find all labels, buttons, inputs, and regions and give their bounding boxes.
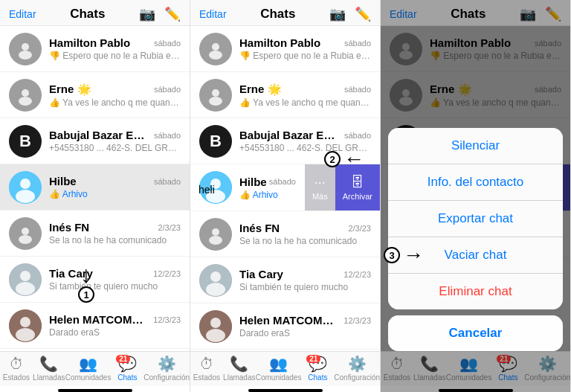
comunidades-icon-1: 👥	[79, 355, 97, 373]
chat-item-tia[interactable]: Tia Cary 12/2/23 Si también te quiero mu…	[0, 257, 190, 303]
chat-item-ines[interactable]: Inés FN 2/3/23 Se la no la he ha comunic…	[0, 211, 190, 257]
header-icons-1: 📷 ✏️	[139, 6, 181, 22]
chat-list-1: Hamilton Pablo sábado 👎 Espero que no le…	[0, 26, 190, 351]
chat-preview-erne: 👍 Ya ves le ancho q me quanta el broner	[49, 97, 181, 108]
tab-comunidades-1[interactable]: 👥 Comunidades	[65, 355, 112, 382]
chat-time-hilbe: sábado	[154, 177, 181, 186]
chat-time-hamilton: sábado	[154, 39, 181, 48]
heli-label: heli	[199, 184, 215, 196]
chat-name-tia: Tia Cary	[49, 267, 93, 280]
chat-item-hamilton-2[interactable]: Hamilton Pablo sábado 👎 Espero que no le…	[190, 26, 380, 72]
chat-item-hilbe[interactable]: Hilbe sábado 👍 Arhivo	[0, 164, 190, 211]
avatar-ines-2	[199, 218, 232, 251]
tab-llamadas-1[interactable]: 📞 Llamadas	[33, 355, 65, 382]
chat-info-hamilton: Hamilton Pablo sábado 👎 Espero que no le…	[49, 36, 181, 61]
tab-comunidades-2[interactable]: 👥 Comunidades	[256, 355, 302, 382]
svg-point-29	[210, 271, 221, 282]
chat-item-tia-2[interactable]: Tia Cary 12/2/23 Si también te quiero mu…	[190, 257, 380, 303]
chat-item-babujal[interactable]: B Babujal Bazar Esotérico sábado +545531…	[0, 118, 190, 164]
svg-point-30	[206, 283, 225, 296]
header-1: Editar Chats 📷 ✏️	[0, 0, 190, 26]
title-1: Chats	[70, 7, 105, 22]
svg-point-19	[212, 43, 219, 51]
svg-point-32	[210, 318, 221, 328]
swipe-mas-btn[interactable]: ··· Más	[305, 164, 335, 211]
avatar-hamilton-2	[199, 33, 232, 65]
archivar-label: Archivar	[343, 192, 372, 201]
title-2: Chats	[260, 7, 295, 22]
action-cancelar[interactable]: Cancelar	[388, 315, 563, 351]
action-sheet-cancel: Cancelar	[388, 315, 563, 351]
svg-point-3	[19, 97, 32, 106]
archivar-icon: 🗄	[351, 175, 364, 190]
tab-llamadas-2[interactable]: 📞 Llamadas	[223, 355, 256, 382]
chat-item-ines-2[interactable]: Inés FN 2/3/23 Se la no la he ha comunic…	[190, 211, 380, 257]
avatar-erne-2	[199, 79, 232, 112]
swipe-archivar-btn[interactable]: 🗄 Archivar	[335, 164, 380, 211]
chat-item-phone[interactable]: +53 5 8765023 5/10/23 inbox_naivata_chat…	[0, 349, 190, 351]
chat-item-helen[interactable]: Helen MATCOM BK 12/3/23 Darado eraS	[0, 303, 190, 349]
action-vaciar[interactable]: Vaciar chat	[388, 237, 563, 274]
chat-item-erne[interactable]: Erne 🌟 sábado 👍 Ya ves le ancho q me qua…	[0, 72, 190, 118]
tab-estados-1[interactable]: ⏱ Estados	[0, 355, 33, 382]
panel-3: Editar Chats 📷 ✏️ Hamilton Pablosábado👎 …	[381, 0, 571, 392]
edit-button-1[interactable]: Editar	[9, 8, 36, 20]
camera-icon-1[interactable]: 📷	[139, 6, 155, 22]
chat-item-erne-2[interactable]: Erne 🌟 sábado 👍 Ya ves le ancho q me qua…	[190, 72, 380, 118]
chat-time-helen: 12/3/23	[153, 315, 181, 324]
avatar-helen	[9, 309, 42, 342]
chat-item-helen-2[interactable]: Helen MATCOM BK 12/3/23 Darado eraS	[190, 303, 380, 350]
mas-label: Más	[312, 192, 328, 201]
chat-preview-ines: Se la no la he ha comunicado	[49, 235, 181, 245]
svg-point-5	[20, 179, 30, 189]
home-indicator-1	[58, 389, 132, 392]
tab-label-llamadas-1: Llamadas	[33, 373, 65, 382]
chat-name-babujal: Babujal Bazar Esotérico	[49, 129, 146, 141]
svg-point-33	[206, 329, 225, 342]
svg-point-8	[19, 235, 32, 244]
chat-preview-babujal: +54553180 ... 462-S. DEL GRUPO PARA COMP…	[49, 143, 181, 153]
chat-name-hilbe: Hilbe	[49, 175, 77, 187]
tab-bar-2: ⏱ Estados 📞 Llamadas 👥 Comunidades 💬 21 …	[190, 351, 380, 386]
action-info-contacto[interactable]: Info. del contacto	[388, 164, 563, 201]
avatar-babujal-2: B	[199, 125, 232, 158]
chat-list-2: Hamilton Pablo sábado 👎 Espero que no le…	[190, 26, 380, 351]
svg-point-22	[209, 97, 222, 106]
tab-chats-1[interactable]: 💬 21 Chats	[111, 355, 143, 382]
action-eliminar[interactable]: Eliminar chat	[388, 274, 563, 309]
home-indicator-2	[248, 389, 323, 392]
tab-config-2[interactable]: ⚙️ Configuración	[334, 355, 380, 382]
header-icons-2: 📷 ✏️	[329, 6, 371, 22]
chat-name-helen: Helen MATCOM BK	[49, 313, 146, 326]
avatar-ines	[9, 217, 42, 250]
chat-item-hamilton[interactable]: Hamilton Pablo sábado 👎 Espero que no le…	[0, 26, 190, 72]
camera-icon-2[interactable]: 📷	[329, 6, 346, 22]
compose-icon-1[interactable]: ✏️	[164, 6, 181, 22]
tab-label-chats-1: Chats	[117, 373, 137, 382]
chat-item-babujal-2[interactable]: B Babujal Bazar Esotérico sábado +545531…	[190, 118, 380, 164]
compose-icon-2[interactable]: ✏️	[355, 6, 371, 22]
avatar-hilbe	[9, 171, 42, 204]
action-sheet-items: Silenciar Info. del contacto Exportar ch…	[388, 128, 563, 309]
chat-name-ines: Inés FN	[49, 221, 89, 234]
edit-button-2[interactable]: Editar	[199, 8, 227, 20]
action-silenciar[interactable]: Silenciar	[388, 128, 563, 164]
chat-item-hilbe-2[interactable]: Hilbe sábado heli 👍 Arhivo	[190, 164, 305, 211]
tab-estados-2[interactable]: ⏱ Estados	[190, 355, 223, 382]
chat-info-helen: Helen MATCOM BK 12/3/23 Darado eraS	[49, 313, 181, 338]
panel-1: Editar Chats 📷 ✏️ Hamilton Pablo sábado …	[0, 0, 190, 392]
action-sheet: Silenciar Info. del contacto Exportar ch…	[388, 128, 563, 351]
chat-name-hamilton: Hamilton Pablo	[49, 36, 130, 49]
chat-name-erne: Erne 🌟	[49, 83, 91, 96]
svg-point-0	[22, 43, 29, 51]
llamadas-icon-1: 📞	[39, 355, 58, 373]
chat-item-phone-2[interactable]: +53 5 8765023 5/10/23 inbox_naivata_chat…	[190, 350, 380, 351]
tab-chats-2[interactable]: 💬 21 Chats	[301, 355, 334, 382]
estados-icon-1: ⏱	[9, 356, 24, 373]
chat-info-babujal: Babujal Bazar Esotérico sábado +54553180…	[49, 129, 181, 153]
tab-config-1[interactable]: ⚙️ Configuración	[143, 355, 190, 382]
svg-point-14	[16, 328, 35, 341]
tab-label-comunidades-1: Comunidades	[65, 373, 112, 382]
svg-point-20	[209, 51, 222, 60]
action-exportar[interactable]: Exportar chat	[388, 201, 563, 237]
